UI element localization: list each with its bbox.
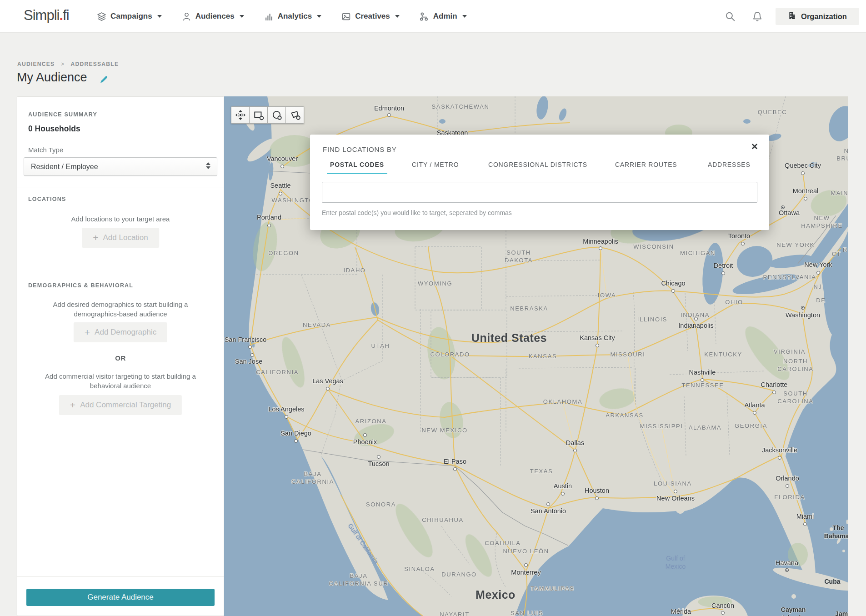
divider [17,576,224,577]
divider [17,268,224,268]
tab-carrier-routes[interactable]: CARRIER ROUTES [615,161,677,168]
modal-tabs: POSTAL CODES CITY / METRO CONGRESSIONAL … [310,161,769,175]
modal-title: FIND LOCATIONS BY [323,145,397,153]
breadcrumb: AUDIENCES > ADDRESSABLE [17,61,119,67]
demographics-hint: Add desired demographics to start buildi… [43,300,198,319]
add-location-button[interactable]: +Add Location [82,228,159,248]
simplifi-logo[interactable]: Simpli.fi [24,7,69,24]
add-location-label: Add Location [103,233,148,242]
search-icon[interactable] [725,11,736,24]
match-type-label: Match Type [28,146,63,154]
select-arrows-icon [206,162,210,169]
building-icon [788,11,796,22]
modal-helper-text: Enter postal code(s) you would like to t… [322,209,512,216]
nav-campaigns[interactable]: Campaigns [97,12,162,21]
plus-icon: + [93,232,98,243]
add-commercial-targeting-button[interactable]: +Add Commercial Targeting [59,395,182,415]
nav-admin[interactable]: Admin [420,12,467,21]
find-locations-modal: FIND LOCATIONS BY ✕ POSTAL CODES CITY / … [310,135,769,230]
rectangle-draw-icon [253,110,264,120]
divider [17,187,224,187]
nav-label: Audiences [195,12,235,21]
layers-icon [97,12,106,21]
nav-audiences[interactable]: Audiences [182,12,244,21]
chevron-down-icon [157,15,162,18]
logo-text: Simpli [24,7,59,23]
divider-line [133,358,166,358]
image-icon [341,12,351,21]
postal-codes-input[interactable] [322,182,757,203]
polygon-tool-button[interactable] [285,106,304,124]
bar-chart-icon [264,12,274,21]
chevron-down-icon [395,15,400,18]
tab-addresses[interactable]: ADDRESSES [708,161,751,168]
nav-label: Admin [433,12,457,21]
add-demographic-button[interactable]: +Add Demographic [74,322,167,342]
locations-hint: Add locations to your target area [41,214,200,224]
page-title: My Audience [17,70,87,85]
person-icon [182,12,191,21]
generate-audience-button[interactable]: Generate Audience [26,589,215,606]
map-toolbar [231,106,304,124]
plus-icon: + [70,400,75,411]
bell-icon[interactable] [752,11,763,24]
add-demographic-label: Add Demographic [95,328,156,337]
nav-label: Campaigns [110,12,152,21]
audience-summary-heading: AUDIENCE SUMMARY [28,111,97,118]
tab-postal-codes[interactable]: POSTAL CODES [330,161,384,168]
or-divider: OR [75,354,166,362]
nav-label: Analytics [278,12,312,21]
organization-label: Organization [801,12,847,21]
edit-pencil-icon[interactable] [99,75,109,86]
plus-icon: + [85,327,90,338]
chevron-down-icon [462,15,467,18]
tab-congressional-districts[interactable]: CONGRESSIONAL DISTRICTS [488,161,587,168]
polygon-draw-icon [290,110,300,120]
org-chart-icon [420,12,429,21]
rectangle-tool-button[interactable] [249,106,268,124]
behavioral-hint: Add commercial visitor targeting to star… [40,371,200,391]
audience-builder-panel: AUDIENCE SUMMARY 0 Households Match Type… [17,96,224,616]
organization-button[interactable]: Organization [776,8,859,25]
match-type-select[interactable]: Resident / Employee [24,157,217,176]
pan-icon [235,110,246,120]
add-commercial-targeting-label: Add Commercial Targeting [80,401,171,410]
circle-tool-button[interactable] [267,106,286,124]
top-nav-bar: Simpli.fi Campaigns Audiences Analytics … [0,0,866,33]
circle-draw-icon [271,110,282,120]
nav-creatives[interactable]: Creatives [341,12,400,21]
logo-text-2: fi [63,7,69,23]
pan-tool-button[interactable] [231,106,250,124]
nav-analytics[interactable]: Analytics [264,12,322,21]
tab-city-metro[interactable]: CITY / METRO [412,161,459,168]
main-nav: Campaigns Audiences Analytics Creatives … [97,0,467,33]
or-label: OR [115,354,126,362]
households-count: 0 Households [28,124,80,134]
match-type-value: Resident / Employee [31,163,98,171]
breadcrumb-audiences[interactable]: AUDIENCES [17,61,55,67]
logo-dot: . [59,7,63,23]
close-icon[interactable]: ✕ [751,141,758,152]
chevron-down-icon [317,15,321,18]
nav-label: Creatives [355,12,390,21]
divider-line [75,358,108,358]
locations-heading: LOCATIONS [28,196,66,202]
breadcrumb-addressable[interactable]: ADDRESSABLE [71,61,119,67]
demographics-heading: DEMOGRAPHICS & BEHAVIORAL [28,282,133,289]
chevron-down-icon [240,15,244,18]
breadcrumb-separator: > [61,61,65,67]
